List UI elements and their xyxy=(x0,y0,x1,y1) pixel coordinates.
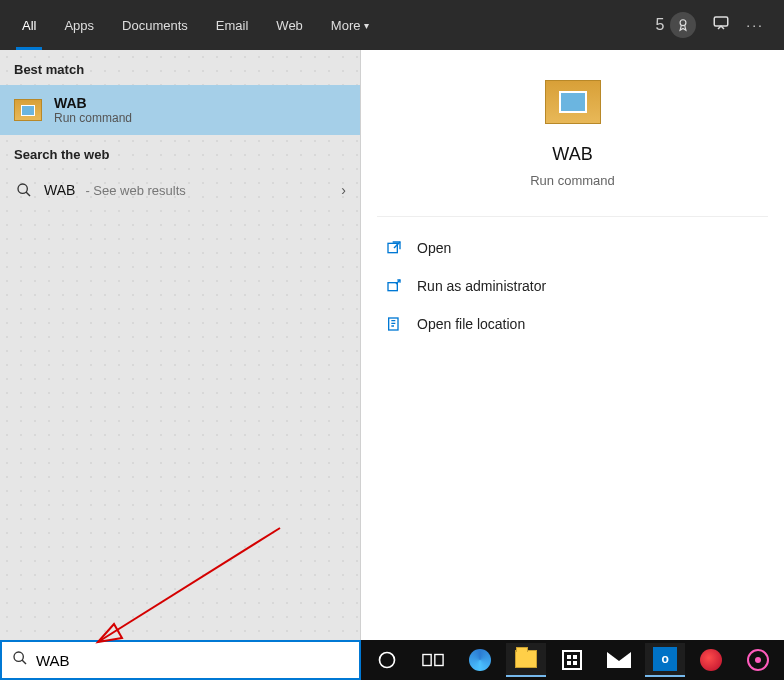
taskbar-taskview[interactable] xyxy=(413,643,453,677)
svg-line-8 xyxy=(22,660,26,664)
admin-icon xyxy=(385,277,403,295)
taskbar-store[interactable] xyxy=(552,643,592,677)
action-open[interactable]: Open xyxy=(377,229,768,267)
svg-rect-14 xyxy=(567,655,571,659)
taskbar-opera[interactable] xyxy=(691,643,731,677)
svg-point-0 xyxy=(680,20,686,26)
open-icon xyxy=(385,239,403,257)
taskbar-cortana[interactable] xyxy=(367,643,407,677)
chevron-down-icon: ▾ xyxy=(364,20,369,31)
tab-apps[interactable]: Apps xyxy=(50,0,108,50)
svg-rect-1 xyxy=(715,17,729,26)
best-match-header: Best match xyxy=(0,50,360,85)
search-box[interactable] xyxy=(0,640,361,680)
svg-rect-12 xyxy=(423,655,431,666)
preview-panel: WAB Run command Open Run as administrato… xyxy=(361,50,784,640)
app-icon xyxy=(14,99,42,121)
preview-actions: Open Run as administrator Open file loca… xyxy=(377,229,768,343)
preview-subtitle: Run command xyxy=(530,173,615,188)
svg-rect-13 xyxy=(435,655,443,666)
action-label: Run as administrator xyxy=(417,278,546,294)
tab-email[interactable]: Email xyxy=(202,0,263,50)
rewards-icon xyxy=(670,12,696,38)
svg-rect-17 xyxy=(573,661,577,665)
svg-rect-16 xyxy=(567,661,571,665)
web-hint: - See web results xyxy=(85,183,185,198)
taskbar-outlook[interactable]: o xyxy=(645,643,685,677)
folder-icon xyxy=(385,315,403,333)
preview-app-icon xyxy=(545,80,601,124)
tab-documents[interactable]: Documents xyxy=(108,0,202,50)
tab-web[interactable]: Web xyxy=(262,0,317,50)
rewards-indicator[interactable]: 5 xyxy=(655,12,696,38)
chevron-right-icon: › xyxy=(341,182,346,198)
result-text: WAB Run command xyxy=(54,95,132,125)
search-icon xyxy=(14,180,34,200)
taskbar-edge[interactable] xyxy=(460,643,500,677)
web-query-label: WAB xyxy=(44,182,75,198)
tab-more[interactable]: More▾ xyxy=(317,0,384,50)
taskbar-explorer[interactable] xyxy=(506,643,546,677)
svg-point-7 xyxy=(14,652,23,661)
taskbar-app[interactable] xyxy=(738,643,778,677)
action-label: Open file location xyxy=(417,316,525,332)
svg-rect-4 xyxy=(388,243,397,252)
feedback-icon[interactable] xyxy=(712,14,730,36)
preview-header: WAB Run command xyxy=(377,80,768,217)
svg-point-11 xyxy=(380,653,395,668)
filter-tabs: All Apps Documents Email Web More▾ xyxy=(8,0,383,50)
topbar-right: 5 ··· xyxy=(655,12,776,38)
taskbar: o xyxy=(361,640,784,680)
best-match-result[interactable]: WAB Run command xyxy=(0,85,360,135)
main-area: Best match WAB Run command Search the we… xyxy=(0,50,784,640)
search-input[interactable] xyxy=(36,652,349,669)
svg-point-2 xyxy=(18,184,27,193)
top-filter-bar: All Apps Documents Email Web More▾ 5 ··· xyxy=(0,0,784,50)
rewards-count: 5 xyxy=(655,16,664,34)
result-title: WAB xyxy=(54,95,132,111)
web-search-result[interactable]: WAB - See web results › xyxy=(0,170,360,210)
taskbar-mail[interactable] xyxy=(599,643,639,677)
svg-point-18 xyxy=(755,657,761,663)
svg-rect-15 xyxy=(573,655,577,659)
preview-title: WAB xyxy=(552,144,592,165)
search-icon xyxy=(12,650,28,670)
action-label: Open xyxy=(417,240,451,256)
action-run-admin[interactable]: Run as administrator xyxy=(377,267,768,305)
result-subtitle: Run command xyxy=(54,111,132,125)
more-options-button[interactable]: ··· xyxy=(746,17,764,33)
results-panel: Best match WAB Run command Search the we… xyxy=(0,50,361,640)
search-web-header: Search the web xyxy=(0,135,360,170)
svg-line-3 xyxy=(26,192,30,196)
action-file-location[interactable]: Open file location xyxy=(377,305,768,343)
tab-all[interactable]: All xyxy=(8,0,50,50)
